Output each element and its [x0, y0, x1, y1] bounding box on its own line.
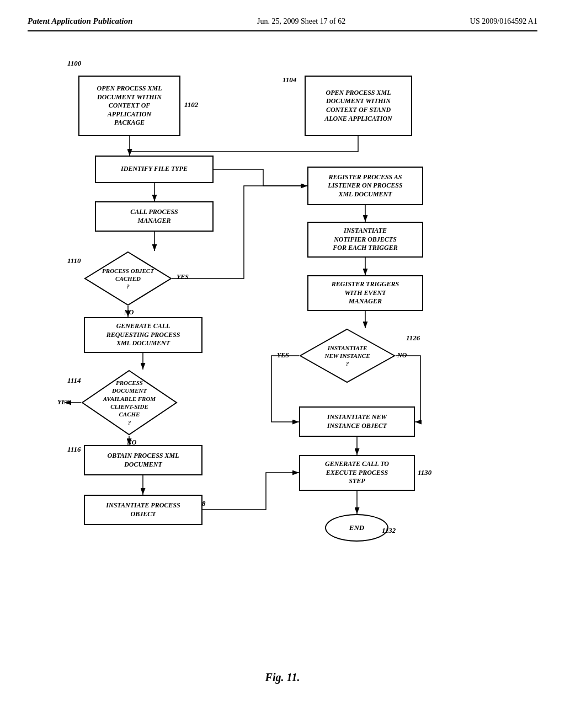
box-register-process-listener: REGISTER PROCESS AS LISTENER ON PROCESS …	[307, 167, 423, 205]
box-generate-call-execute-process: GENERATE CALL TO EXECUTE PROCESS STEP	[299, 455, 415, 491]
box-register-triggers-event-manager: REGISTER TRIGGERS WITH EVENT MANAGER	[307, 275, 423, 311]
label-1126: 1126	[406, 334, 420, 342]
box-instantiate-new-instance-object: INSTANTIATE NEW INSTANCE OBJECT	[299, 406, 415, 437]
diamond-instantiate-new-instance: INSTANTIATE NEW INSTANCE ?	[299, 328, 396, 383]
yes-label-3: YES	[277, 351, 289, 360]
flowchart-diagram: 1100 OPEN PROCESS XML DOCUMENT WITHIN CO…	[34, 53, 531, 660]
box-call-process-manager: CALL PROCESS MANAGER	[95, 201, 214, 232]
box-instantiate-notifier-objects: INSTANTIATE NOTIFIER OBJECTS FOR EACH TR…	[307, 222, 423, 258]
label-1102: 1102	[184, 100, 198, 109]
no-label-1: NO	[124, 308, 134, 317]
box-identify-file-type: IDENTIFY FILE TYPE	[95, 156, 214, 183]
diamond-process-doc-available: PROCESS DOCUMENT AVAILABLE FROM CLIENT-S…	[81, 370, 178, 436]
header-publication: Patent Application Publication	[28, 17, 132, 26]
yes-label-1: YES	[177, 273, 189, 281]
diamond-process-object-cached: PROCESS OBJECT CACHED ?	[84, 251, 172, 306]
header-date-sheet: Jun. 25, 2009 Sheet 17 of 62	[257, 17, 345, 26]
yes-label-2: YES	[57, 398, 70, 406]
label-1130: 1130	[418, 468, 431, 477]
box-open-process-xml-standalone: OPEN PROCESS XML DOCUMENT WITHIN CONTEXT…	[305, 76, 412, 136]
label-1114: 1114	[67, 376, 81, 385]
diagram-number-label: 1100	[67, 59, 81, 68]
box-instantiate-process-object: INSTANTIATE PROCESS OBJECT	[84, 495, 202, 525]
label-1116: 1116	[67, 445, 81, 454]
box-generate-call-requesting: GENERATE CALL REQUESTING PROCESS XML DOC…	[84, 317, 202, 353]
oval-end: END	[325, 514, 388, 542]
page: Patent Application Publication Jun. 25, …	[0, 0, 565, 728]
label-1132: 1132	[382, 526, 396, 535]
box-open-process-xml-app: OPEN PROCESS XML DOCUMENT WITHIN CONTEXT…	[78, 76, 180, 136]
label-1110: 1110	[67, 256, 81, 265]
label-1104: 1104	[282, 76, 296, 84]
box-obtain-process-xml: OBTAIN PROCESS XML DOCUMENT	[84, 445, 202, 475]
no-label-3: NO	[397, 351, 407, 360]
header-patent-number: US 2009/0164592 A1	[470, 17, 537, 26]
page-header: Patent Application Publication Jun. 25, …	[28, 17, 537, 31]
figure-label: Fig. 11.	[28, 671, 537, 684]
